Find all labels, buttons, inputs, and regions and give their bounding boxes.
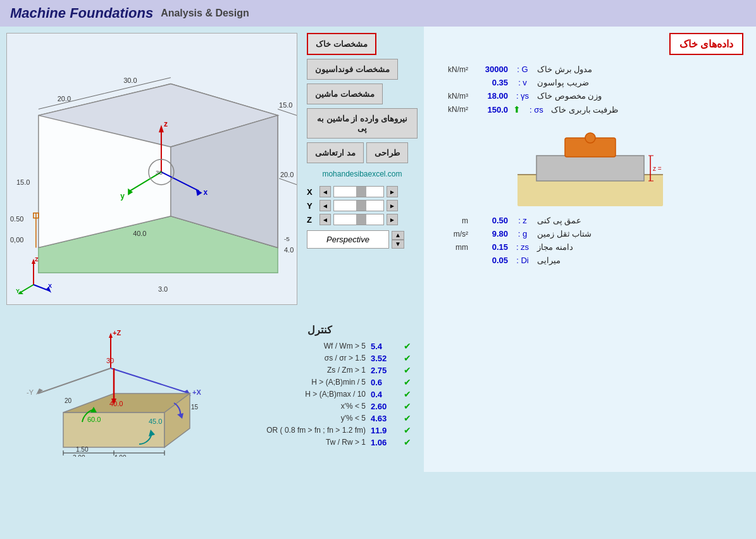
- z-label: Z: [307, 215, 317, 225]
- label-ss: ظرفیت باربری خاک: [551, 105, 618, 115]
- label-z: عمق پی کنی: [537, 216, 581, 225]
- symbol-G: G :: [513, 65, 532, 74]
- control-row-5: ✔ 2.60 x'% < 5: [228, 401, 411, 411]
- symbol-ys: γs :: [513, 91, 532, 101]
- small-3d-box: +Z +X -Y: [13, 324, 221, 459]
- val-6: 4.63: [371, 414, 396, 423]
- svg-text:3.00: 3.00: [73, 454, 85, 457]
- formula-1: σs / σr > 1.5: [325, 354, 366, 362]
- formula-6: y'% < 5: [341, 414, 366, 423]
- formula-2: Zs / Zm > 1: [327, 366, 366, 375]
- symbol-Di: Di :: [513, 256, 532, 265]
- symbol-zs: zs :: [513, 242, 532, 252]
- svg-text:30: 30: [156, 169, 163, 176]
- depth-row-g: شتاب ثقل زمین g : 9.80 m/s²: [437, 229, 743, 239]
- soil-row-v: ضریب پواسون v : 0.35: [437, 78, 743, 87]
- y-label: Y: [307, 201, 317, 211]
- label-g: شتاب ثقل زمین: [537, 229, 592, 239]
- unit-ys: kN/m³: [437, 92, 468, 101]
- depth-row-Di: میرایی Di : 0.05: [437, 256, 743, 265]
- val-0: 5.4: [371, 342, 396, 351]
- value-ys: 18.00: [473, 91, 508, 101]
- bottom-section: +Z +X -Y: [6, 318, 418, 466]
- svg-text:30.0: 30.0: [123, 77, 137, 84]
- x-right-btn[interactable]: ►: [387, 186, 398, 197]
- vibration-button[interactable]: مد ارتعاشی: [307, 142, 364, 163]
- svg-text:-Y: -Y: [27, 388, 34, 396]
- val-7: 11.9: [371, 426, 396, 435]
- control-row-7: ✔ 11.9 OR ( 0.8 fm > fn ; fn > 1.2 fm): [228, 425, 411, 435]
- value-ss: 150.0: [473, 105, 508, 115]
- check-1: ✔: [401, 353, 411, 363]
- unit-zs: mm: [437, 243, 468, 252]
- formula-0: Wf / Wm > 5: [324, 342, 366, 350]
- x-control-row: X ◄ ►: [307, 186, 418, 197]
- 3d-viewport: 20.0 30.0 15.0 20.0 15.0 0.50 0,00: [6, 33, 297, 305]
- svg-text:40.0: 40.0: [133, 230, 146, 238]
- machine-button[interactable]: مشخصات ماشین: [307, 84, 383, 104]
- app-title: Machine Foundations: [10, 5, 153, 22]
- z-control-row: Z ◄ ►: [307, 214, 418, 225]
- app-header: Machine Foundations Analysis & Design: [0, 0, 756, 27]
- unit-G: kN/m²: [437, 65, 468, 74]
- svg-text:45.0: 45.0: [149, 418, 162, 425]
- perspective-box[interactable]: Perspective: [307, 230, 389, 249]
- main-content: 20.0 30.0 15.0 20.0 15.0 0.50 0,00: [0, 27, 756, 472]
- z-left-btn[interactable]: ◄: [319, 214, 331, 225]
- svg-text:3.0: 3.0: [158, 285, 168, 293]
- svg-text:1.50: 1.50: [76, 446, 89, 453]
- svg-text:+X: +X: [192, 388, 201, 396]
- svg-text:z = 0.50: z = 0.50: [653, 165, 663, 172]
- soil-data-rows: مدول برش خاک G : 30000 kN/m² ضریب پواسون…: [437, 65, 743, 115]
- value-zs: 0.15: [473, 242, 508, 252]
- foundation-button[interactable]: مشخصات فونداسیون: [307, 59, 398, 80]
- svg-line-43: [20, 285, 34, 293]
- svg-text:30: 30: [106, 357, 114, 364]
- svg-text:15.0: 15.0: [279, 101, 292, 109]
- y-left-btn[interactable]: ◄: [319, 200, 331, 211]
- value-G: 30000: [473, 65, 508, 74]
- unit-ss: kN/m²: [437, 105, 468, 114]
- val-8: 1.06: [371, 438, 396, 447]
- svg-text:x: x: [204, 188, 208, 197]
- svg-text:20.0: 20.0: [58, 95, 71, 102]
- x-left-btn[interactable]: ◄: [319, 186, 331, 197]
- soil-button[interactable]: مشخصات خاک: [307, 33, 376, 55]
- label-G: مدول برش خاک: [537, 65, 592, 74]
- persp-up-btn[interactable]: ▲: [392, 231, 404, 240]
- control-row-6: ✔ 4.63 y'% < 5: [228, 413, 411, 423]
- svg-text:15.0: 15.0: [16, 178, 30, 186]
- depth-row-z: عمق پی کنی z : 0.50 m: [437, 216, 743, 225]
- svg-text:0.50: 0.50: [10, 215, 23, 223]
- control-row-3: ✔ 0.6 H > (A;B)min / 5: [228, 377, 411, 387]
- unit-g: m/s²: [437, 230, 468, 239]
- symbol-z: z :: [513, 216, 532, 225]
- soil-data-header: داده‌های خاک: [437, 33, 743, 55]
- val-2: 2.75: [371, 366, 396, 375]
- svg-text:15: 15: [191, 404, 199, 411]
- formula-7: OR ( 0.8 fm > fn ; fn > 1.2 fm): [266, 426, 366, 435]
- z-right-btn[interactable]: ►: [387, 214, 398, 225]
- val-1: 3.52: [371, 354, 396, 363]
- forces-button[interactable]: نیروهای وارده از ماشین به پی: [307, 108, 418, 139]
- persp-down-btn[interactable]: ▼: [392, 240, 404, 249]
- svg-text:+Z: +Z: [113, 329, 121, 337]
- z-slider[interactable]: [333, 214, 384, 225]
- control-row-1: ✔ 3.52 σs / σr > 1.5: [228, 353, 411, 363]
- y-slider[interactable]: [333, 200, 384, 211]
- svg-text:y: y: [120, 192, 125, 201]
- check-6: ✔: [401, 413, 411, 423]
- design-button[interactable]: طراحی: [366, 142, 408, 163]
- depth-row-zs: دامنه مجاز zs : 0.15 mm: [437, 242, 743, 252]
- xyz-controls: X ◄ ► Y ◄ ► Z ◄ ►: [307, 186, 418, 225]
- formula-8: Tw / Rw > 1: [326, 438, 366, 447]
- svg-text:X: X: [48, 283, 52, 289]
- left-panel: 20.0 30.0 15.0 20.0 15.0 0.50 0,00: [0, 27, 424, 472]
- y-right-btn[interactable]: ►: [387, 200, 398, 211]
- val-3: 0.6: [371, 378, 396, 387]
- svg-text:z: z: [164, 120, 168, 128]
- check-3: ✔: [401, 377, 411, 387]
- svg-point-83: [585, 133, 595, 143]
- check-8: ✔: [401, 437, 411, 447]
- x-slider[interactable]: [333, 186, 384, 197]
